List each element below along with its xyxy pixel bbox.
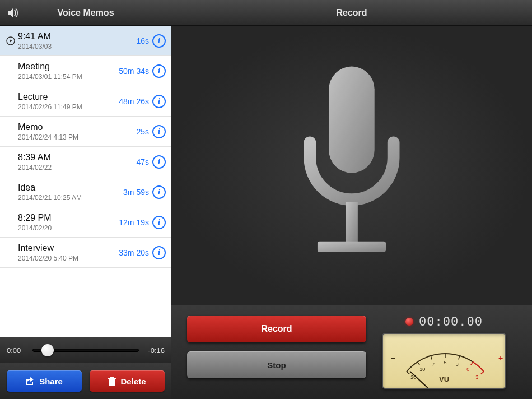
memo-row[interactable]: Meeting2014/03/01 11:54 PM50m 34si: [0, 56, 171, 86]
info-icon[interactable]: i: [152, 64, 166, 78]
svg-line-16: [481, 372, 484, 374]
memo-row[interactable]: 8:29 PM2014/02/2012m 19si: [0, 207, 171, 238]
trash-icon: [108, 377, 116, 386]
svg-text:10: 10: [419, 366, 425, 372]
memo-title: Idea: [18, 183, 123, 193]
info-icon[interactable]: i: [152, 34, 166, 48]
timer-row: 00:00.00: [405, 314, 483, 328]
memo-title: 8:39 AM: [18, 152, 136, 163]
sidebar: Voice Memos 9:41 AM2014/03/0316siMeeting…: [0, 0, 171, 399]
share-icon: [26, 377, 35, 385]
vu-label: VU: [439, 375, 449, 383]
svg-text:0: 0: [466, 366, 469, 372]
memo-title: Meeting: [18, 62, 119, 72]
scrub-thumb[interactable]: [41, 344, 54, 356]
memo-main: Lecture2014/02/26 11:49 PM: [17, 92, 119, 111]
meter-area: 00:00.00 201075303−+ VU: [380, 316, 508, 389]
sidebar-title: Voice Memos: [0, 8, 171, 18]
memo-date: 2014/02/20 5:40 PM: [18, 254, 119, 262]
delete-button[interactable]: Delete: [90, 370, 165, 392]
svg-text:5: 5: [444, 360, 446, 365]
info-icon[interactable]: i: [152, 216, 166, 229]
play-indicator: [4, 36, 17, 45]
memo-main: Memo2014/02/24 4:13 PM: [17, 122, 136, 141]
memo-duration: 48m 26s: [119, 97, 149, 106]
svg-rect-2: [346, 202, 358, 244]
memo-main: 9:41 AM2014/03/03: [17, 31, 136, 50]
stop-label: Stop: [267, 360, 286, 370]
stop-button[interactable]: Stop: [187, 351, 366, 378]
svg-rect-1: [329, 67, 374, 173]
svg-text:3: 3: [475, 374, 478, 380]
memo-title: Memo: [18, 122, 136, 132]
elapsed-time: 0:00: [7, 346, 27, 355]
main-header: Record: [171, 0, 532, 26]
memo-row[interactable]: Memo2014/02/24 4:13 PM25si: [0, 117, 171, 147]
memo-row[interactable]: Interview2014/02/20 5:40 PM33m 20si: [0, 238, 171, 268]
speaker-icon[interactable]: [6, 6, 21, 20]
share-label: Share: [39, 377, 63, 386]
memo-main: 8:39 AM2014/02/22: [17, 152, 136, 171]
app-root: Voice Memos 9:41 AM2014/03/0316siMeeting…: [0, 0, 532, 399]
vu-meter: 201075303−+ VU: [382, 333, 506, 389]
memo-row[interactable]: 8:39 AM2014/02/2247si: [0, 147, 171, 177]
info-icon[interactable]: i: [152, 95, 166, 108]
svg-line-12: [459, 356, 460, 360]
memo-title: Interview: [18, 243, 119, 253]
playback-scrubber[interactable]: 0:00 -0:16: [0, 337, 171, 363]
memo-date: 2014/02/26 11:49 PM: [18, 103, 119, 111]
delete-label: Delete: [120, 377, 146, 386]
info-icon[interactable]: i: [152, 125, 166, 138]
svg-text:3: 3: [456, 361, 459, 367]
svg-text:+: +: [498, 354, 503, 363]
memo-duration: 47s: [136, 157, 149, 166]
svg-text:7: 7: [432, 361, 435, 367]
memo-date: 2014/02/21 10:25 AM: [18, 194, 123, 202]
scrub-track[interactable]: [32, 349, 139, 352]
sidebar-actions: Share Delete: [0, 363, 171, 399]
memo-duration: 12m 19s: [119, 218, 149, 227]
memo-main: Idea2014/02/21 10:25 AM: [17, 183, 123, 202]
memo-date: 2014/02/20: [18, 224, 119, 232]
record-label: Record: [261, 324, 292, 334]
remaining-time: -0:16: [144, 346, 165, 355]
memo-title: 8:29 PM: [18, 213, 119, 223]
svg-line-14: [471, 362, 473, 365]
memo-title: Lecture: [18, 92, 119, 102]
share-button[interactable]: Share: [7, 370, 82, 392]
memo-main: 8:29 PM2014/02/20: [17, 213, 119, 232]
sidebar-header: Voice Memos: [0, 0, 171, 26]
microphone-icon: [273, 59, 430, 272]
memo-date: 2014/03/03: [18, 43, 136, 50]
svg-text:20: 20: [410, 374, 416, 380]
controls-bar: Record Stop 00:00.00 201075303−+ VU: [171, 305, 532, 399]
svg-line-4: [407, 372, 409, 374]
info-icon[interactable]: i: [152, 185, 166, 199]
memo-duration: 16s: [136, 36, 149, 45]
memo-row[interactable]: Idea2014/02/21 10:25 AM3m 59si: [0, 177, 171, 207]
svg-text:−: −: [391, 354, 395, 363]
microphone-display: [171, 26, 532, 305]
svg-rect-3: [318, 242, 386, 252]
memo-date: 2014/02/24 4:13 PM: [18, 133, 136, 141]
memo-title: 9:41 AM: [18, 31, 136, 41]
record-indicator-light: [405, 318, 413, 326]
memo-row[interactable]: 9:41 AM2014/03/0316si: [0, 26, 171, 56]
record-button[interactable]: Record: [187, 316, 366, 342]
timer-display: 00:00.00: [419, 314, 483, 328]
svg-line-6: [418, 362, 420, 365]
svg-line-8: [431, 356, 432, 360]
memo-duration: 3m 59s: [123, 188, 149, 197]
main-title: Record: [336, 8, 367, 18]
memo-date: 2014/02/22: [18, 164, 136, 171]
memo-date: 2014/03/01 11:54 PM: [18, 73, 119, 81]
memo-main: Meeting2014/03/01 11:54 PM: [17, 62, 119, 81]
memo-row[interactable]: Lecture2014/02/26 11:49 PM48m 26si: [0, 86, 171, 117]
main-panel: Record Record Stop: [171, 0, 532, 399]
memo-list[interactable]: 9:41 AM2014/03/0316siMeeting2014/03/01 1…: [0, 26, 171, 337]
info-icon[interactable]: i: [152, 155, 166, 169]
control-buttons: Record Stop: [187, 316, 366, 389]
info-icon[interactable]: i: [152, 246, 166, 259]
memo-duration: 33m 20s: [119, 248, 149, 257]
memo-duration: 50m 34s: [119, 67, 149, 76]
